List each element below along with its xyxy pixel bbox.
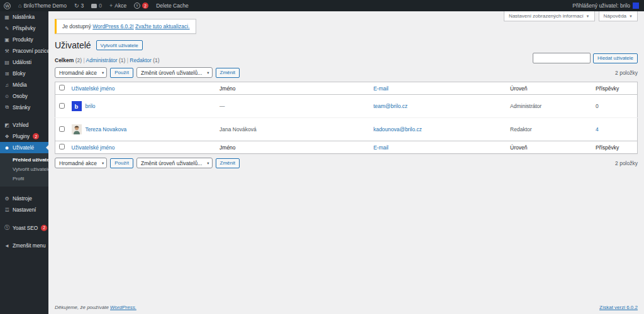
updates-link[interactable]: ↻ 3: [70, 0, 87, 11]
chevron-down-icon: ▾: [102, 161, 104, 166]
user-avatar-photo: [72, 124, 82, 134]
sidebar-item-yoast-seo[interactable]: Ⓨ Yoast SEO 2: [0, 222, 48, 234]
sidebar-item-plugins[interactable]: ❖ Pluginy 2: [0, 131, 48, 142]
site-name-link[interactable]: ⌂ BriloTheme Demo: [14, 0, 70, 11]
bulk-actions-select[interactable]: Hromadné akce ▾: [55, 158, 107, 168]
yoast-admin-menu[interactable]: Y 2: [130, 0, 152, 11]
submenu-item-profile[interactable]: Profil: [0, 174, 48, 183]
sidebar-item-products[interactable]: ▣ Produkty: [0, 34, 48, 45]
submenu-item-add-user[interactable]: Vytvořit uživatele: [0, 165, 48, 174]
table-header-row: Uživatelské jméno Jméno E-mail Úroveň Př…: [55, 82, 638, 95]
pages-icon: ⧉: [4, 104, 10, 111]
yoast-notification-badge: 2: [142, 3, 148, 9]
people-icon: ☺: [4, 94, 10, 99]
new-content-menu[interactable]: + Akce: [106, 0, 130, 11]
change-role-button[interactable]: Změnit: [216, 68, 240, 78]
comments-link[interactable]: 0: [87, 0, 106, 11]
new-content-label: Akce: [114, 3, 126, 9]
page-title: Uživatelé: [55, 40, 91, 50]
update-version-link[interactable]: WordPress 6.0.2!: [92, 23, 134, 30]
submenu-item-all-users[interactable]: Přehled uživatelů: [0, 155, 48, 165]
user-email-link[interactable]: team@brilo.cz: [374, 103, 408, 109]
account-menu[interactable]: Přihlášený uživatel: brilo: [572, 3, 644, 9]
chevron-down-icon: ▾: [207, 161, 209, 166]
user-email-link[interactable]: kadounova@brilo.cz: [374, 126, 422, 133]
events-icon: ▤: [4, 60, 10, 65]
update-nag-notice: Je dostupný WordPress 6.0.2! Zvažte tuto…: [55, 19, 196, 34]
filter-administrator-link[interactable]: Administrátor: [86, 57, 118, 63]
sidebar-item-users[interactable]: ☻ Uživatelé: [0, 142, 48, 153]
table-row-tereza: Tereza Novakova Jana Nováková kadounova@…: [55, 118, 638, 141]
user-name-cell: —: [216, 95, 370, 118]
footer-thanks-text: Děkujeme, že používáte WordPress.: [55, 305, 136, 310]
select-all-checkbox[interactable]: [59, 85, 65, 90]
select-all-checkbox[interactable]: [59, 144, 65, 149]
appearance-icon: ◩: [4, 122, 10, 128]
bulk-actions-select[interactable]: Hromadné akce ▾: [55, 67, 107, 78]
wp-logo-menu[interactable]: W: [0, 0, 14, 11]
settings-icon: ☲: [4, 207, 10, 213]
delete-cache-button[interactable]: Delete Cache: [152, 0, 192, 11]
apply-bulk-action-button[interactable]: Použít: [110, 68, 133, 78]
sidebar-item-dashboard[interactable]: ▦ Nástěnka: [0, 11, 48, 23]
sort-username-header[interactable]: Uživatelské jméno: [72, 85, 115, 92]
username-link[interactable]: Tereza Novakova: [86, 126, 127, 133]
sort-email-header[interactable]: E-mail: [374, 144, 389, 151]
apply-bulk-action-button[interactable]: Použít: [110, 158, 133, 168]
username-link[interactable]: brilo: [86, 103, 96, 109]
filter-all-link[interactable]: Celkem: [55, 57, 74, 63]
sidebar-item-events[interactable]: ▤ Události: [0, 57, 48, 68]
sidebar-item-collapse-menu[interactable]: ◄ Zmenšit menu: [0, 240, 48, 251]
row-checkbox[interactable]: [59, 126, 65, 132]
sidebar-item-pages[interactable]: ⧉ Stránky: [0, 102, 48, 113]
yoast-seo-badge: 2: [41, 225, 47, 231]
search-users-button[interactable]: Hledat uživatele: [593, 53, 638, 63]
wordpress-logo-icon: W: [4, 3, 11, 9]
sidebar-item-tools[interactable]: ⚙ Nástroje: [0, 193, 48, 204]
sidebar-item-media[interactable]: ♫ Média: [0, 79, 48, 90]
update-action-link[interactable]: Zvažte tuto aktualizaci.: [135, 23, 189, 30]
role-header: Úroveň: [506, 82, 592, 95]
chevron-down-icon: ▼: [629, 14, 633, 18]
name-header: Jméno: [216, 141, 370, 154]
chevron-down-icon: ▾: [102, 70, 104, 75]
sidebar-item-posts[interactable]: ✎ Příspěvky: [0, 23, 48, 34]
row-checkbox[interactable]: [59, 103, 65, 109]
filter-editor-link[interactable]: Redaktor: [130, 57, 152, 63]
sort-username-header[interactable]: Uživatelské jméno: [72, 144, 115, 151]
account-avatar: [633, 3, 639, 9]
comments-count: 0: [99, 3, 102, 9]
plus-icon: +: [109, 3, 113, 9]
sidebar-item-blocks[interactable]: ⊞ Bloky: [0, 68, 48, 79]
yoast-icon: Y: [134, 3, 140, 9]
user-role-cell: Administrátor: [506, 95, 592, 118]
user-name-cell: Jana Nováková: [216, 118, 370, 141]
products-icon: ▣: [4, 37, 10, 43]
updates-icon: ↻: [74, 3, 79, 9]
change-role-select[interactable]: Změnit úroveň uživatelů... ▾: [136, 67, 213, 78]
change-role-button[interactable]: Změnit: [216, 158, 240, 168]
user-posts-link[interactable]: 4: [596, 126, 599, 133]
plugins-update-badge: 2: [33, 133, 39, 139]
sidebar-item-jobs[interactable]: ⚒ Pracovní pozice: [0, 45, 48, 57]
user-search-form: Hledat uživatele: [533, 53, 638, 63]
brilo-avatar: b: [72, 101, 82, 111]
wordpress-footer-link[interactable]: WordPress.: [110, 305, 136, 310]
change-role-select[interactable]: Změnit úroveň uživatelů... ▾: [136, 158, 213, 168]
help-tab[interactable]: Nápověda ▼: [599, 11, 638, 21]
get-version-link[interactable]: Získat verzi 6.0.2: [599, 305, 638, 310]
sidebar-item-settings[interactable]: ☲ Nastavení: [0, 204, 48, 215]
tablenav-top: Hromadné akce ▾ Použít Změnit úroveň uži…: [55, 67, 638, 78]
chevron-down-icon: ▾: [207, 70, 209, 75]
add-user-button[interactable]: Vytvořit uživatele: [96, 40, 143, 50]
screen-options-tab[interactable]: Nastavení zobrazených informací ▼: [504, 11, 595, 21]
users-submenu: Přehled uživatelů Vytvořit uživatele Pro…: [0, 153, 48, 187]
users-icon: ☻: [4, 145, 10, 151]
sidebar-item-appearance[interactable]: ◩ Vzhled: [0, 119, 48, 131]
sidebar-item-people[interactable]: ☺ Osoby: [0, 90, 48, 102]
admin-sidebar: ▦ Nástěnka ✎ Příspěvky ▣ Produkty ⚒ Prac…: [0, 11, 48, 314]
chevron-down-icon: ▼: [586, 14, 590, 18]
search-users-input[interactable]: [533, 53, 591, 63]
sort-email-header[interactable]: E-mail: [374, 85, 389, 92]
role-header: Úroveň: [506, 141, 592, 154]
